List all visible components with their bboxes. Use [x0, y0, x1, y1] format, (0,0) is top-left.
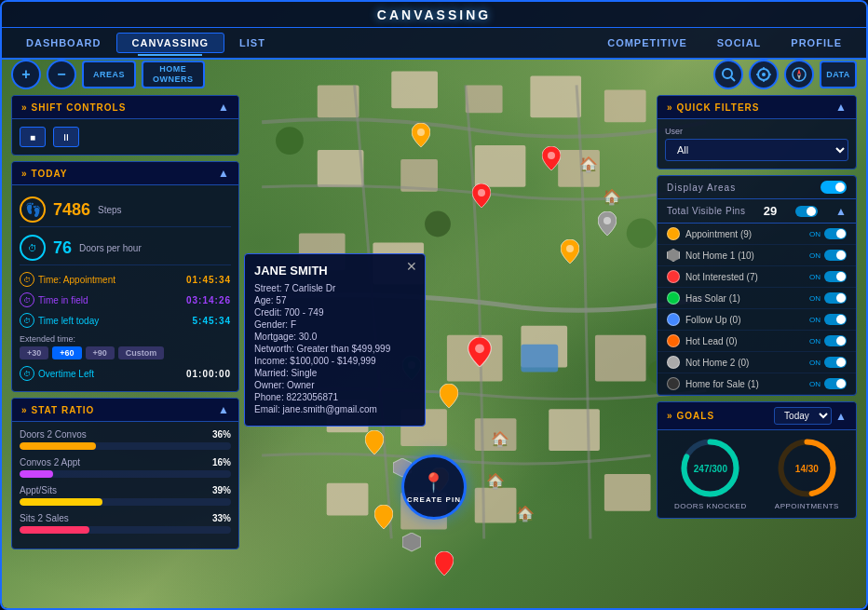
display-areas-toggle[interactable] — [821, 181, 847, 194]
nav-dashboard[interactable]: DASHBOARD — [11, 34, 116, 52]
quick-filters-collapse[interactable]: ▲ — [835, 101, 847, 114]
nav-list[interactable]: LIST — [224, 34, 280, 52]
goal-doors-inner: 247/300 — [694, 463, 727, 473]
right-toolbar-area: DATA — [713, 60, 857, 89]
follow-up-dot — [667, 313, 680, 326]
visible-pins-collapse[interactable]: ▲ — [835, 205, 847, 218]
today-collapse[interactable]: ▲ — [218, 167, 229, 180]
nav-profile[interactable]: PROFILE — [776, 34, 857, 52]
compass-button[interactable] — [784, 60, 814, 89]
location-button[interactable] — [749, 60, 779, 89]
time-appt-row: ⏱ Time: Appointment 01:45:34 — [20, 269, 231, 290]
nav-canvassing[interactable]: CANVASSING — [116, 33, 225, 53]
stat-doors2convos-pct: 36% — [212, 429, 231, 440]
stat-appt-sits-pct: 39% — [212, 485, 231, 495]
home-for-sale-toggle[interactable] — [824, 378, 847, 389]
svg-rect-19 — [327, 483, 369, 516]
house-icon-1: 🏠 — [579, 156, 598, 173]
data-button[interactable]: DATA — [820, 61, 857, 88]
visible-pins-toggle[interactable] — [795, 206, 818, 217]
hot-lead-toggle[interactable] — [824, 335, 847, 346]
hot-lead-toggle-label: ON — [809, 337, 821, 346]
filter-not-interested: Not Interested (7) ON — [658, 266, 856, 288]
filter-appointment-left: Appointment (9) — [667, 227, 752, 240]
map-pin-gray-3[interactable] — [402, 533, 421, 557]
map-pin-yellow-4[interactable] — [365, 430, 384, 454]
not-home-1-toggle[interactable] — [824, 250, 847, 261]
map-pin-gray[interactable] — [598, 211, 617, 236]
not-interested-toggle[interactable] — [824, 271, 847, 282]
time-left-row: ⏱ Time left today 5:45:34 — [20, 310, 231, 331]
shift-controls-collapse[interactable]: ▲ — [218, 101, 229, 114]
stat-convos2appt: Convos 2 Appt 16% — [20, 457, 231, 478]
appointment-toggle-label: ON — [809, 230, 821, 238]
doors-row: ⏱ 76 Doors per hour — [20, 231, 231, 265]
follow-up-toggle[interactable] — [824, 314, 847, 325]
map-pin-yellow[interactable] — [412, 123, 430, 147]
extend-60-button[interactable]: +60 — [52, 346, 81, 359]
shift-pause-button[interactable]: ⏸ — [53, 127, 79, 147]
svg-point-32 — [566, 245, 574, 252]
shift-stop-button[interactable]: ■ — [20, 127, 46, 147]
info-mortgage: Mortgage: 30.0 — [254, 332, 415, 342]
stat-ratio-collapse[interactable]: ▲ — [218, 403, 229, 416]
create-pin-button[interactable]: 📍 CREATE PIN — [401, 454, 467, 520]
svg-rect-1 — [391, 72, 438, 109]
follow-up-toggle-dot — [836, 315, 846, 324]
zoom-out-button[interactable]: − — [47, 60, 76, 89]
svg-point-29 — [548, 152, 555, 159]
search-button[interactable] — [713, 60, 743, 89]
quick-filters-header: QUICK FILTERS ▲ — [658, 96, 856, 119]
map-pin-red-3[interactable] — [435, 551, 454, 576]
has-solar-toggle[interactable] — [824, 292, 847, 304]
appointment-toggle[interactable] — [824, 228, 847, 239]
goals-period-select[interactable]: Today Week Month — [774, 407, 832, 425]
nav-bar: DASHBOARD CANVASSING LIST COMPETITIVE SO… — [2, 28, 866, 60]
app-title: CANVASSING — [377, 7, 491, 22]
areas-button[interactable]: AREAS — [82, 61, 136, 88]
extend-30-button[interactable]: +30 — [20, 346, 48, 359]
zoom-in-button[interactable]: + — [11, 60, 41, 89]
goal-doors-knocked: 247/300 Doors Knocked — [674, 438, 747, 510]
svg-rect-13 — [595, 335, 646, 382]
nav-social[interactable]: SOCIAL — [702, 34, 777, 52]
user-filter-select[interactable]: All User 1 User 2 — [665, 139, 848, 161]
svg-rect-0 — [318, 85, 359, 117]
svg-point-30 — [478, 189, 485, 197]
custom-extend-button[interactable]: Custom — [118, 346, 165, 359]
stat-ratio-body: Doors 2 Convos 36% Convos 2 Appt 16% App… — [12, 422, 238, 549]
info-popup-close[interactable]: ✕ — [406, 260, 417, 273]
svg-rect-18 — [604, 474, 651, 511]
shift-controls-body: ■ ⏸ — [12, 119, 238, 155]
map-pin-red-2[interactable] — [472, 183, 491, 208]
has-solar-label: Has Solar (1) — [685, 293, 740, 304]
map-pin-red-1[interactable] — [542, 146, 561, 170]
goal-appt-inner: 14/30 — [795, 463, 819, 473]
not-interested-toggle-dot — [836, 272, 846, 281]
time-field-label: ⏱ Time in field — [20, 292, 88, 307]
visible-pins-toggle-dot — [807, 207, 816, 216]
map-pin-yellow-3[interactable] — [440, 384, 458, 408]
house-icon-5: 🏠 — [516, 505, 535, 522]
home-for-sale-label: Home for Sale (1) — [685, 379, 759, 389]
time-field-value: 03:14:26 — [186, 295, 231, 305]
svg-rect-3 — [530, 76, 581, 118]
stat-sits2sales-label: Sits 2 Sales — [20, 513, 69, 523]
map-pin-red-large[interactable] — [468, 337, 486, 361]
stat-ratio-header: STAT RATIO ▲ — [12, 399, 238, 422]
app-container: 🏠 🏠 🏠 🏠 🏠 CANVASSING DASHBOARD CANVASSIN… — [0, 0, 868, 610]
filter-home-for-sale-left: Home for Sale (1) — [667, 377, 759, 390]
svg-point-40 — [762, 73, 766, 76]
today-body: 👣 7486 Steps ⏱ 76 Doors per hour ⏱ Time:… — [12, 185, 238, 391]
homeowners-button[interactable]: HOMEOWNERS — [142, 61, 205, 88]
steps-row: 👣 7486 Steps — [20, 193, 231, 227]
map-pin-yellow-2[interactable] — [561, 239, 579, 264]
not-home-2-toggle[interactable] — [824, 357, 847, 368]
goals-collapse[interactable]: ▲ — [835, 410, 847, 423]
filter-not-home-1: Not Home 1 (10) ON — [658, 245, 856, 266]
svg-rect-22 — [521, 345, 558, 373]
extend-90-button[interactable]: +90 — [86, 346, 115, 359]
nav-competitive[interactable]: COMPETITIVE — [592, 34, 702, 52]
goal-doors-value: 247/300 — [694, 463, 727, 473]
map-pin-yellow-6[interactable] — [374, 505, 393, 529]
